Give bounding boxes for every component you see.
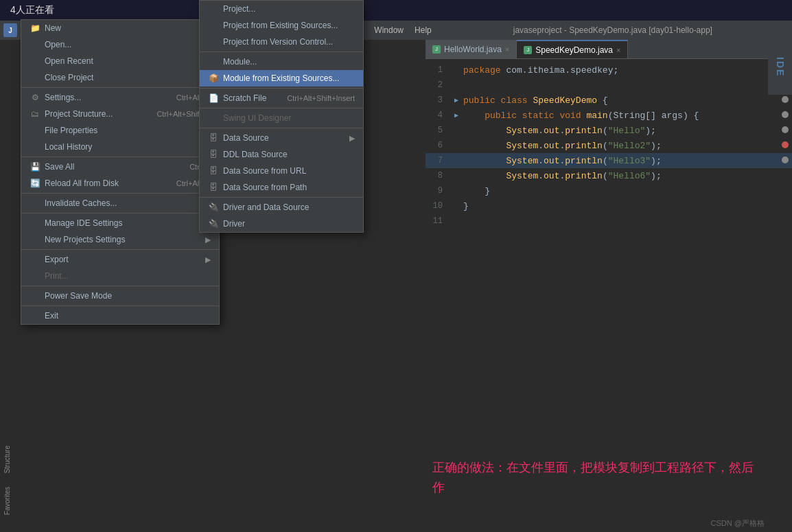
editor-tabs: J HelloWorld.java × J SpeedKeyDemo.java … — [426, 40, 792, 59]
swing-icon — [208, 113, 219, 124]
new-submenu-swing[interactable]: Swing UI Designer — [200, 110, 363, 126]
new-submenu-datasource[interactable]: 🗄 Data Source ▶ — [200, 130, 363, 146]
new-sep-1 — [200, 51, 363, 52]
panel-dot-4-red — [782, 141, 789, 148]
tab-speedkeydemo-label: SpeedKeyDemo.java — [535, 45, 613, 55]
arrow-datasource: ▶ — [349, 134, 355, 143]
new-submenu-driver[interactable]: 🔌 Driver — [200, 216, 363, 232]
helloworld-close-icon[interactable]: × — [505, 45, 509, 54]
separator-3 — [21, 193, 219, 194]
code-line-9: 9 } — [426, 183, 792, 198]
speedkeydemo-file-icon: J — [524, 46, 532, 54]
separator-4 — [21, 213, 219, 213]
speedkeydemo-close-icon[interactable]: × — [616, 46, 620, 54]
menu-item-print[interactable]: Print... — [21, 268, 219, 284]
menu-help[interactable]: Help — [409, 23, 437, 37]
menu-item-power-save[interactable]: Power Save Mode — [21, 288, 219, 304]
separator-6 — [21, 286, 219, 286]
module-existing-icon: 📦 — [208, 73, 219, 84]
menu-item-export[interactable]: Export ▶ — [21, 251, 219, 268]
code-line-2: 2 — [426, 78, 792, 93]
new-submenu-project-existing[interactable]: Project from Existing Sources... — [200, 17, 363, 34]
new-submenu-datasource-path[interactable]: 🗄 Data Source from Path — [200, 179, 363, 196]
new-sep-5 — [200, 197, 363, 198]
app-logo: J — [3, 23, 17, 37]
menu-item-local-history[interactable]: Local History ▶ — [21, 139, 219, 155]
new-submenu-driver-datasource[interactable]: 🔌 Driver and Data Source — [200, 199, 363, 216]
arrow-icon-export: ▶ — [205, 255, 211, 264]
open-recent-icon — [30, 56, 40, 67]
menu-item-open[interactable]: Open... — [21, 36, 219, 53]
export-icon — [30, 254, 40, 265]
ide-label-text: IDE — [775, 57, 786, 77]
new-submenu-scratch[interactable]: 📄 Scratch File Ctrl+Alt+Shift+Insert — [200, 90, 363, 106]
viewer-count-text: 4人正在看 — [10, 4, 54, 16]
panel-dot-5 — [782, 157, 789, 163]
code-line-11: 11 — [426, 213, 792, 229]
code-line-5: 5 System.out.println("Hello"); — [426, 123, 792, 138]
menu-item-invalidate-caches[interactable]: Invalidate Caches... — [21, 195, 219, 211]
new-submenu-ddl-datasource[interactable]: 🗄 DDL Data Source — [200, 146, 363, 163]
file-props-icon — [30, 125, 40, 136]
driver-icon: 🔌 — [208, 218, 219, 229]
new-submenu-module-existing[interactable]: 📦 Module from Existing Sources... — [200, 70, 363, 86]
menu-window[interactable]: Window — [369, 23, 409, 37]
new-submenu-project[interactable]: Project... — [200, 1, 363, 17]
tab-helloworld[interactable]: J HelloWorld.java × — [426, 40, 517, 58]
project-existing-icon — [208, 20, 219, 31]
panel-dot-1 — [782, 96, 789, 103]
separator-1 — [21, 87, 219, 88]
invalidate-icon — [30, 198, 40, 209]
menu-item-manage-ide[interactable]: Manage IDE Settings ▶ — [21, 215, 219, 231]
new-projects-icon — [30, 234, 40, 245]
code-line-7: 7 System.out.println("Hello3"); — [426, 153, 792, 168]
module-icon — [208, 56, 219, 67]
menu-item-save-all[interactable]: 💾 Save All Ctrl+S — [21, 159, 219, 175]
window-title: javaseproject - SpeedKeyDemo.java [day01… — [437, 25, 789, 35]
menu-item-settings[interactable]: ⚙ Settings... Ctrl+Alt+S — [21, 89, 219, 106]
menu-item-reload[interactable]: 🔄 Reload All from Disk Ctrl+Alt+Y — [21, 175, 219, 192]
open-icon — [30, 39, 40, 50]
menu-item-close-project[interactable]: Close Project — [21, 69, 219, 86]
menu-item-new[interactable]: 📁 New ▶ — [21, 20, 219, 36]
close-project-icon — [30, 72, 40, 83]
datasource-path-icon: 🗄 — [208, 182, 219, 193]
project-icon — [208, 3, 219, 14]
code-line-1: 1 package com.itheima.speedkey; — [426, 62, 792, 78]
menu-item-file-properties[interactable]: File Properties ▶ — [21, 122, 219, 139]
new-sep-3 — [200, 108, 363, 108]
new-sep-4 — [200, 128, 363, 128]
driver-ds-icon: 🔌 — [208, 202, 219, 213]
datasource-url-icon: 🗄 — [208, 165, 219, 176]
scratch-icon: 📄 — [208, 93, 219, 104]
viewer-count-bar: 4人正在看 — [0, 0, 792, 21]
power-save-icon — [30, 290, 40, 301]
exit-icon — [30, 310, 40, 321]
tab-speedkeydemo[interactable]: J SpeedKeyDemo.java × — [517, 40, 628, 58]
arrow-icon-newprojects: ▶ — [205, 235, 211, 244]
separator-2 — [21, 157, 219, 157]
menu-item-exit[interactable]: Exit — [21, 308, 219, 324]
code-line-10: 10 } — [426, 198, 792, 213]
menu-item-new-projects-settings[interactable]: New Projects Settings ▶ — [21, 231, 219, 248]
code-line-4: 4 ▶ public static void main(String[] arg… — [426, 108, 792, 123]
new-submenu-project-vcs[interactable]: Project from Version Control... — [200, 34, 363, 50]
right-panel-dots — [782, 96, 789, 163]
print-icon — [30, 270, 40, 281]
ide-panel-label: IDE — [768, 40, 792, 95]
save-icon: 💾 — [30, 161, 40, 172]
file-menu-dropdown: 📁 New ▶ Open... Open Recent ▶ Close Proj… — [21, 19, 220, 325]
favorites-label: Favorites — [0, 483, 14, 518]
chinese-text-line2: 作 — [432, 478, 758, 498]
structure-label: Structure — [0, 442, 14, 477]
menu-item-open-recent[interactable]: Open Recent ▶ — [21, 53, 219, 69]
local-history-icon — [30, 141, 40, 152]
new-submenu-datasource-url[interactable]: 🗄 Data Source from URL — [200, 163, 363, 179]
separator-7 — [21, 305, 219, 306]
new-submenu-module[interactable]: Module... — [200, 54, 363, 70]
ddl-icon: 🗄 — [208, 149, 219, 160]
panel-dot-3 — [782, 126, 789, 133]
new-icon: 📁 — [30, 23, 40, 34]
code-line-8: 8 System.out.println("Hello6"); — [426, 168, 792, 183]
menu-item-project-structure[interactable]: 🗂 Project Structure... Ctrl+Alt+Shift+S — [21, 106, 219, 122]
